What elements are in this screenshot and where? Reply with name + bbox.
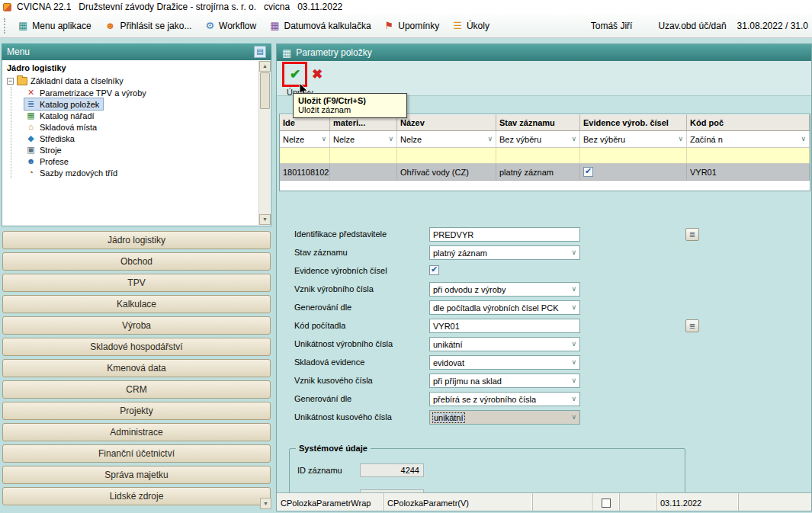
row-checkbox[interactable] [583, 167, 593, 177]
chevron-down-icon[interactable] [571, 377, 576, 384]
quickfilter-cell[interactable] [496, 148, 580, 164]
tree-item[interactable]: ☻Profese [24, 156, 72, 167]
filter-cell[interactable]: Nelze [330, 131, 397, 148]
toolbar-item-prihlasit-se-jako[interactable]: ☻Přihlásit se jako... [98, 16, 199, 36]
toolbar-item-workflow[interactable]: ⚙Workflow [198, 16, 263, 36]
workspace: Menu ▤ Jádro logistiky Základní data a č… [0, 38, 812, 513]
chevron-down-icon[interactable] [388, 136, 393, 143]
accordion-section-button[interactable]: TPV [2, 274, 271, 292]
quickfilter-cell[interactable] [280, 148, 330, 164]
tree-item[interactable]: ⌂Skladová místa [24, 121, 101, 133]
system-field-value: 4244 [360, 463, 424, 477]
form-row: Stav záznamuplatný záznam [279, 244, 810, 262]
accordion-section-button[interactable]: Projekty [2, 402, 271, 420]
filter-cell[interactable]: Nelze [397, 131, 496, 148]
form-select[interactable]: přebírá se z výrobního čísla [429, 392, 580, 406]
accordion-section-button[interactable]: Jádro logistiky [2, 231, 271, 249]
filter-value: Začíná n [690, 135, 723, 144]
quickfilter-cell[interactable] [687, 148, 810, 164]
toolbar-item-ukoly[interactable]: ☰Úkoly [446, 16, 496, 36]
accordion-section-button[interactable]: Kalkulace [2, 295, 271, 313]
tree-item[interactable]: ▣Stroje [24, 144, 66, 156]
form-row: Unikátnost výrobního číslaunikátní [279, 335, 810, 354]
accordion-section-button[interactable]: CRM [2, 380, 271, 399]
chevron-down-icon[interactable] [571, 396, 576, 402]
chevron-down-icon[interactable] [571, 414, 576, 421]
cancel-button[interactable] [308, 66, 326, 84]
chevron-down-icon[interactable] [571, 286, 576, 293]
grid-row[interactable]: 1801108102Ohřívač vody (CZ)platný záznam… [280, 164, 810, 181]
form-select-value: při příjmu na sklad [433, 377, 502, 386]
chevron-down-icon[interactable] [321, 136, 326, 143]
chevron-down-icon[interactable] [678, 136, 683, 143]
tree-item[interactable]: ≣Katalog položek [24, 98, 103, 110]
chevron-down-icon[interactable] [801, 136, 806, 143]
form-select[interactable]: platný záznam [429, 245, 580, 260]
column-header[interactable]: Kód poč [687, 114, 810, 131]
quickfilter-cell[interactable] [330, 148, 397, 164]
chevron-down-icon[interactable] [487, 136, 493, 143]
toolbar-item-label: Přihlásit se jako... [120, 21, 191, 31]
scroll-down-icon[interactable] [259, 214, 271, 225]
tree-expander-icon[interactable] [7, 78, 14, 85]
toolbar-item-datumova-kalkulacka[interactable]: ▦Datumová kalkulačka [263, 16, 377, 36]
form-select[interactable]: při odvodu z výroby [429, 282, 580, 297]
accordion-section-button[interactable]: Lidské zdroje [2, 487, 271, 505]
column-header[interactable]: Evidence výrob. čísel [580, 114, 687, 131]
scrollbar-thumb[interactable] [260, 72, 270, 109]
accordion-section-button[interactable]: Administrace [2, 423, 271, 441]
chevron-down-icon[interactable] [571, 249, 576, 256]
form-select[interactable]: unikátní [429, 410, 580, 425]
tree-item[interactable]: ▦Katalog nářadí [24, 110, 98, 121]
form-select[interactable]: dle počítadla výrobních čísel PCK [429, 300, 580, 315]
current-user: Tomáš Jiří [591, 21, 633, 31]
column-header[interactable]: Název [397, 114, 496, 131]
toolbar-item-upominky[interactable]: ⚑Upomínky [378, 16, 447, 36]
tree-root-node[interactable]: Základní data a číselníky [2, 75, 271, 87]
form-row: Vznik kusového číslapři příjmu na sklad [279, 372, 810, 390]
window-state-icon[interactable] [602, 499, 611, 508]
tree-scrollbar[interactable] [258, 61, 270, 225]
grid-cell [580, 164, 687, 181]
form-input[interactable]: PREDVYR [429, 227, 580, 242]
chevron-down-icon[interactable] [571, 136, 576, 143]
form-input[interactable]: VYR01 [429, 319, 580, 333]
tree-item-label: Katalog nářadí [40, 111, 95, 120]
scroll-up-icon[interactable] [259, 61, 271, 72]
chevron-down-icon[interactable] [571, 359, 576, 366]
toolbar-grip[interactable] [4, 18, 8, 34]
quickfilter-cell[interactable] [397, 148, 496, 164]
form-select[interactable]: evidovat [429, 355, 580, 370]
accordion-section-button[interactable]: Správa majetku [2, 466, 271, 484]
accordion-section-button[interactable]: Kmenová data [2, 359, 271, 377]
toolbar-item-menu-aplikace[interactable]: ▦Menu aplikace [11, 16, 98, 36]
filter-cell[interactable]: Bez výběru [580, 131, 687, 148]
tree-item-label: Sazby mzdových tříd [40, 168, 117, 178]
panel-collapse-icon[interactable]: ▤ [254, 46, 266, 58]
grid-cell: Ohřívač vody (CZ) [397, 164, 496, 181]
window-titlebar: CVICNA 22.1 Družstevní závody Dražice - … [0, 0, 812, 14]
tree-item[interactable]: ◆Střediska [24, 133, 79, 144]
chevron-down-icon[interactable] [571, 304, 576, 311]
form-select[interactable]: při příjmu na sklad [429, 374, 580, 388]
column-header[interactable]: Stav záznamu [496, 114, 580, 131]
accordion-section-button[interactable]: Výroba [2, 316, 271, 335]
grid-panel-icon: ▦ [282, 48, 291, 58]
parameters-panel-header: ▦ Parametry položky [277, 44, 811, 61]
form-checkbox[interactable] [429, 265, 439, 275]
tree-item[interactable]: ✕Parametrizace TPV a výroby [24, 87, 150, 98]
form-select[interactable]: unikátní [429, 337, 580, 351]
accordion-section-button[interactable]: Finanční účetnictví [2, 444, 271, 463]
filter-cell[interactable]: Bez výběru [496, 131, 580, 148]
accordion-scroll-down-icon[interactable] [260, 498, 271, 509]
lookup-button[interactable] [685, 319, 699, 332]
accordion-section-button[interactable]: Obchod [2, 252, 271, 271]
form-select-value: přebírá se z výrobního čísla [433, 395, 536, 404]
accordion-section-button[interactable]: Skladové hospodářství [2, 338, 271, 356]
filter-cell[interactable]: Nelze [280, 131, 330, 148]
lookup-button[interactable] [685, 228, 699, 241]
filter-cell[interactable]: Začíná n [687, 131, 810, 148]
quickfilter-cell[interactable] [580, 148, 687, 164]
chevron-down-icon[interactable] [571, 341, 576, 348]
tree-item[interactable]: ◔Sazby mzdových tříd [24, 167, 121, 178]
